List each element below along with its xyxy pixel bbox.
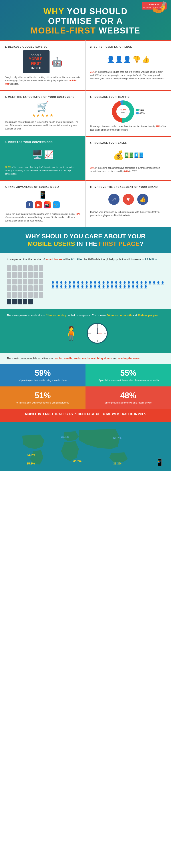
- s8-text: Improve your image and try to be memorab…: [90, 210, 166, 217]
- money-bags-icon: 💰: [113, 150, 124, 160]
- section-7: 7. Take Advantage Of Social Media 📱 f ▶ …: [0, 180, 86, 227]
- svg-text:65.7%: 65.7%: [113, 436, 121, 440]
- svg-text:📱: 📱: [155, 458, 164, 466]
- phone-cell: [33, 285, 38, 291]
- person-icon: 👤: [127, 285, 131, 288]
- smartphones-block: It is expected that the number of smartp…: [0, 253, 171, 309]
- person-icon: 👤: [131, 281, 135, 284]
- stars-rating: ★★★★★: [32, 113, 54, 118]
- person-icon: 👤: [106, 281, 110, 284]
- phone-cell: [7, 299, 11, 304]
- person-icon: 👤: [77, 285, 80, 288]
- section-1: 1. Because Google Says So GOOGLE MOBILE-…: [0, 40, 86, 90]
- phone-cell: [23, 299, 27, 304]
- person-icon: 👤: [68, 285, 72, 288]
- person-icon: 👤: [114, 285, 118, 288]
- other-pct: 4.2%: [140, 112, 145, 115]
- phone-grid: var phones = ''; for(var i=0;i<40;i++){ …: [7, 265, 47, 305]
- person-icon: 👤: [106, 285, 110, 288]
- phone-cell: [7, 266, 11, 271]
- phone-cell: [33, 279, 38, 284]
- person-icon: 👤: [93, 281, 97, 284]
- share-icon: ↗: [108, 194, 119, 205]
- s1-text: Google's algorithm as well as the rankin…: [5, 75, 81, 86]
- s2-illustration: 👤👤👤 👎 👍: [90, 50, 166, 68]
- svg-point-13: [96, 333, 98, 334]
- clock-container: 🧍: [7, 318, 164, 349]
- person-icon: 👤: [64, 285, 67, 288]
- phone-cell: [39, 292, 43, 298]
- clock-svg: [86, 322, 108, 344]
- s2-number: 2. Better User Experience: [90, 45, 166, 48]
- person-icon: 👤: [72, 281, 76, 284]
- traffic-chart-svg: 43.8% traffic: [112, 100, 134, 123]
- phone-cell: [33, 266, 38, 271]
- heart-icon: ♥: [123, 194, 134, 205]
- phone-cell: [39, 272, 43, 278]
- traffic-section: Mobile Internet Traffic as percentage of…: [0, 409, 171, 422]
- s4-number: 5. Increase Your Traffic: [90, 96, 166, 98]
- phone-cell: [28, 279, 33, 284]
- euro-icon: 💶: [134, 151, 144, 160]
- phone-cell: [12, 292, 17, 298]
- s6-text: 10% of the online consumers have complet…: [90, 166, 166, 173]
- svg-text:43.8%: 43.8%: [120, 108, 126, 111]
- phone-cell: [39, 279, 43, 284]
- svg-text:65.2%: 65.2%: [73, 460, 82, 463]
- hours-block: The average user spends almost 2 hours p…: [0, 309, 171, 353]
- facebook-icon: f: [26, 201, 33, 209]
- s2-text: 31% of the users are going to drop out o…: [90, 70, 166, 80]
- robot-icon: 🤖: [52, 57, 63, 67]
- mobile-pct: 52%: [140, 108, 144, 111]
- person-phone-icon: 🧍: [63, 325, 80, 341]
- s4-text: Nowadays, the most traffic comes from th…: [90, 125, 166, 131]
- person-icon: 👤: [140, 281, 143, 284]
- phone-cell: [28, 292, 33, 298]
- person-icon: 👤: [55, 285, 59, 288]
- world-map-svg: 42.4% 37.1% 65.7% 35.8% 65.2% 36.3% 📱: [4, 427, 167, 467]
- phone-cell: [7, 292, 11, 298]
- phone-cell: [18, 299, 22, 304]
- phone-cell: [18, 285, 22, 291]
- youtube-icon: ▶: [35, 201, 42, 209]
- person-icon: 👤: [136, 285, 139, 288]
- engagement-icons: ↗ ♥ 👍: [108, 194, 148, 205]
- world-map-section: 42.4% 37.1% 65.7% 35.8% 65.2% 36.3% 📱: [0, 422, 171, 471]
- phone-cell: [28, 272, 33, 278]
- social-icons-row: f ▶ 📷 🐦: [26, 201, 60, 209]
- person-icon: 👤: [119, 285, 122, 288]
- phone-cell: [28, 299, 33, 304]
- phone-cell: [23, 266, 27, 271]
- phone-cell: [7, 272, 11, 278]
- s4-illustration: 43.8% traffic 52% 4.2%: [90, 100, 166, 123]
- hours-text: The average user spends almost 2 hours p…: [7, 313, 164, 318]
- thumbs-up-icon: 👍: [142, 55, 150, 63]
- like-icon: 👍: [137, 194, 148, 205]
- svg-text:42.4%: 42.4%: [27, 453, 35, 456]
- shopping-icon: 🛒: [37, 101, 49, 113]
- s1-illustration: GOOGLE MOBILE-FIRST INDEX 🤖: [5, 50, 81, 73]
- person-icon: 👤: [89, 281, 93, 284]
- person-icon: 👤: [110, 285, 114, 288]
- s3-number: 4. Meet The Expectation Of Your Customer…: [5, 96, 81, 98]
- s7-number: 7. Take Advantage Of Social Media: [5, 186, 81, 188]
- person-icon: 👤: [68, 281, 72, 284]
- person-icon: 👤: [123, 281, 126, 284]
- phone-cell: [12, 272, 17, 278]
- person-icon: 👤: [97, 285, 101, 288]
- why-care-title: Why Should You Care About Your Mobile Us…: [9, 232, 162, 247]
- chart-up-icon: 📈: [44, 150, 54, 159]
- sections-grid: 1. Because Google Says So GOOGLE MOBILE-…: [0, 40, 171, 227]
- person-icon: 👤: [156, 281, 160, 284]
- hand-phone-icon: 📱: [38, 190, 48, 199]
- person-icon: 👤: [114, 281, 118, 284]
- traffic-title: Mobile Internet Traffic as percentage of…: [4, 412, 167, 416]
- person-icon: 👤: [81, 281, 84, 284]
- thumbs-down-icon: 👎: [132, 55, 141, 63]
- stat-social: 55% of population use smartphones when t…: [86, 364, 171, 386]
- s5-text: 57.6% of the users claim that they don't…: [5, 166, 81, 176]
- person-icon: 👤: [127, 281, 131, 284]
- phone-cell: [23, 292, 27, 298]
- person-icon: 👤: [152, 281, 156, 284]
- phone-cell: [23, 279, 27, 284]
